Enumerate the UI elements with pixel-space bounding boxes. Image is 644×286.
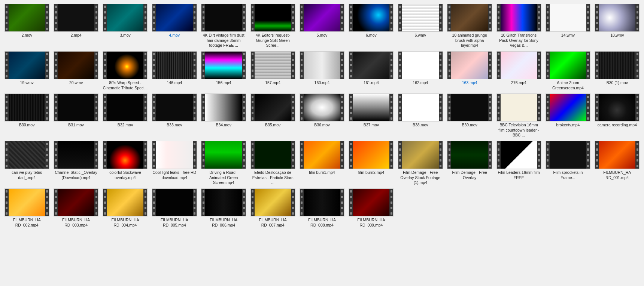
list-item[interactable]: 14.wmv — [544, 3, 592, 49]
film-holes-right — [45, 52, 49, 79]
list-item[interactable]: 2.mov — [3, 3, 51, 49]
list-item[interactable]: 2.mp4 — [52, 3, 100, 49]
list-item[interactable]: camera recording.mp4 — [593, 93, 641, 139]
list-item[interactable]: FILMBURN_HA RD_007.mp4 — [249, 188, 297, 228]
media-label: B36.mov — [314, 123, 329, 128]
thumbnail — [496, 141, 541, 169]
list-item[interactable]: B30.mov — [3, 93, 51, 139]
list-item[interactable]: Efeito Deslocação de Estrelas - Particle… — [249, 140, 297, 186]
thumb-inner — [353, 189, 389, 216]
list-item[interactable]: Film Demage - Free Overlay Stock Footage… — [397, 140, 444, 186]
list-item[interactable]: brokentv.mp4 — [544, 93, 592, 139]
list-item[interactable]: FILMBURN_HA RD_009.mp4 — [347, 188, 395, 228]
film-holes-right — [242, 141, 246, 169]
thumb-inner — [599, 4, 635, 31]
list-item[interactable]: B32.mov — [101, 93, 149, 139]
thumbnail — [595, 51, 640, 79]
thumbnail — [250, 141, 295, 169]
list-item[interactable]: 10 Glitch Transitions Pack Overlay for S… — [495, 3, 543, 49]
list-item[interactable]: FILMBURN_HA RD_005.mp4 — [151, 188, 198, 228]
list-item[interactable]: 6.wmv — [397, 3, 444, 49]
list-item[interactable]: 18.wmv — [593, 3, 641, 49]
list-item[interactable]: 3.mov — [101, 3, 149, 49]
film-holes-left — [5, 189, 9, 216]
list-item[interactable]: 20.wmv — [52, 50, 100, 91]
list-item[interactable]: B38.mov — [397, 93, 444, 139]
list-item[interactable]: BBC Television 16mm film countdown leade… — [495, 93, 543, 139]
thumb-inner — [107, 189, 143, 216]
list-item[interactable]: 163.mp4 — [446, 50, 493, 91]
list-item[interactable]: 80's Warp Speed - Cinematic Tribute Spec… — [101, 50, 149, 91]
film-holes-right — [488, 94, 492, 121]
thumb-inner — [205, 94, 242, 121]
list-item[interactable]: 10 animated grunge brush with alpha laye… — [446, 3, 493, 49]
media-label: Film Demage - Free Overlay Stock Footage… — [398, 170, 443, 185]
list-item[interactable]: 4.mov — [151, 3, 198, 49]
list-item[interactable]: 19.wmv — [3, 50, 51, 91]
list-item[interactable]: B37.mov — [347, 93, 395, 139]
list-item[interactable]: film burn1.mp4 — [298, 140, 346, 186]
list-item[interactable]: B39.mov — [446, 93, 493, 139]
list-item[interactable]: 6.mov — [347, 3, 395, 49]
thumbnail — [496, 4, 541, 32]
media-label: 10 animated grunge brush with alpha laye… — [447, 33, 492, 48]
media-label: film burn2.mp4 — [358, 170, 384, 175]
thumb-inner — [501, 94, 537, 121]
film-holes-right — [193, 4, 197, 31]
list-item[interactable]: Driving a Road - Animated Green Screen.m… — [200, 140, 247, 186]
list-item[interactable]: 161.mp4 — [347, 50, 395, 91]
list-item[interactable]: colorful Sockwave overlay.mp4 — [101, 140, 149, 186]
thumbnail — [4, 188, 49, 216]
list-item[interactable]: Film Demage - Free Overlay — [446, 140, 493, 186]
list-item[interactable]: 4K Editors' request- Grunge Split Green … — [249, 3, 297, 49]
film-holes-left — [5, 4, 9, 31]
media-label: FILMBURN_HA RD_001.mp4 — [595, 170, 640, 180]
film-holes-right — [389, 141, 393, 169]
film-holes-right — [439, 4, 443, 31]
list-item[interactable]: Film Leaders 16mm film FREE — [495, 140, 543, 186]
thumb-inner — [501, 52, 537, 79]
media-label: FILMBURN_HA RD_006.mp4 — [201, 218, 246, 228]
list-item[interactable]: Cool light leaks - free HD download.mp4 — [151, 140, 198, 186]
list-item[interactable]: 162.mp4 — [397, 50, 444, 91]
list-item[interactable]: film burn2.mp4 — [347, 140, 395, 186]
list-item[interactable]: FILMBURN_HA RD_001.mp4 — [593, 140, 641, 186]
list-item[interactable]: can we play tetris dad_.mp4 — [3, 140, 51, 186]
list-item[interactable]: Anime Zoom Greenscreen.mp4 — [544, 50, 592, 91]
media-label: camera recording.mp4 — [598, 123, 637, 128]
thumbnail — [152, 188, 197, 216]
film-holes-right — [291, 189, 295, 216]
film-holes-left — [152, 189, 156, 216]
film-holes-left — [251, 189, 255, 216]
media-label: 4K Dirt vintage film dust hair damage 35… — [201, 33, 246, 48]
list-item[interactable]: FILMBURN_HA RD_006.mp4 — [200, 188, 247, 228]
list-item[interactable]: B34.mov — [200, 93, 247, 139]
list-item[interactable]: 157.mp4 — [249, 50, 297, 91]
list-item[interactable]: 276.mp4 — [495, 50, 543, 91]
list-item[interactable]: Film sprockets in Frame... — [544, 140, 592, 186]
list-item[interactable]: 5.mov — [298, 3, 346, 49]
list-item[interactable]: 146.mp4 — [151, 50, 198, 91]
list-item[interactable]: B36.mov — [298, 93, 346, 139]
list-item[interactable]: B33.mov — [151, 93, 198, 139]
film-holes-left — [54, 189, 58, 216]
thumbnail — [152, 51, 197, 79]
thumbnail — [250, 188, 295, 216]
list-item[interactable]: 4K Dirt vintage film dust hair damage 35… — [200, 3, 247, 49]
list-item[interactable]: FILMBURN_HA RD_002.mp4 — [3, 188, 51, 228]
list-item[interactable]: B30 (1).mov — [593, 50, 641, 91]
media-label: can we play tetris dad_.mp4 — [4, 170, 49, 180]
list-item[interactable]: 160.mp4 — [298, 50, 346, 91]
list-item[interactable]: Channel Static _Overlay (Download).mp4 — [52, 140, 100, 186]
film-holes-left — [300, 52, 304, 79]
film-holes-left — [103, 4, 107, 31]
list-item[interactable]: B31.mov — [52, 93, 100, 139]
film-holes-left — [103, 141, 107, 169]
list-item[interactable]: 156.mp4 — [200, 50, 247, 91]
list-item[interactable]: B35.mov — [249, 93, 297, 139]
thumbnail — [546, 4, 590, 32]
list-item[interactable]: FILMBURN_HA RD_003.mp4 — [52, 188, 100, 228]
film-holes-left — [300, 94, 304, 121]
list-item[interactable]: FILMBURN_HA RD_004.mp4 — [101, 188, 149, 228]
list-item[interactable]: FILMBURN_HA RD_008.mp4 — [298, 188, 346, 228]
